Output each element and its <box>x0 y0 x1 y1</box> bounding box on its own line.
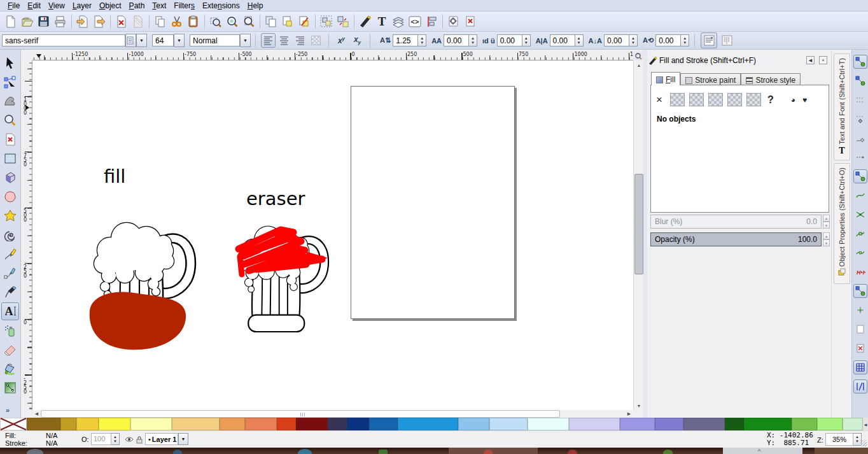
vertical-scroll-thumb[interactable] <box>634 174 643 274</box>
tweak-tool[interactable] <box>1 92 19 110</box>
radial-gradient-button[interactable] <box>708 93 723 106</box>
taskbar-right-area[interactable] <box>815 448 868 454</box>
snap-bbox-edges-icon[interactable] <box>853 93 867 107</box>
snap-cusp-nodes-icon[interactable] <box>853 227 867 241</box>
windows-taskbar[interactable]: ^ <box>0 448 868 454</box>
beer-mug-eraser-drawing[interactable] <box>231 220 332 341</box>
menu-object[interactable]: Object <box>95 1 125 10</box>
palette-swatch-17[interactable] <box>528 418 569 430</box>
unlink-clone-icon[interactable] <box>296 13 312 30</box>
palette-scroll-arrow[interactable]: ◀ <box>863 418 868 430</box>
taskbar-active-app[interactable] <box>449 448 538 454</box>
vertical-scrollbar[interactable]: ▲ ▼ <box>633 60 643 410</box>
palette-swatch-4[interactable] <box>99 418 130 430</box>
snap-bbox-edge-midpoints-icon[interactable] <box>853 131 867 145</box>
snap-bbox-corners-icon[interactable] <box>853 112 867 126</box>
palette-swatch-18[interactable] <box>569 418 620 430</box>
horizontal-scroll-thumb[interactable] <box>41 410 560 418</box>
align-center-button[interactable] <box>277 33 291 48</box>
taskbar-icon-6[interactable] <box>663 450 673 454</box>
eraser-tool[interactable] <box>1 341 19 358</box>
tab-fill[interactable]: Fill <box>651 72 680 85</box>
text-dialog-icon[interactable]: T <box>374 13 390 30</box>
palette-swatch-16[interactable] <box>489 418 528 430</box>
palette-swatch-11[interactable] <box>328 418 347 430</box>
star-tool[interactable] <box>1 207 19 225</box>
print-icon[interactable] <box>52 13 69 30</box>
snap-rotation-centers-icon[interactable] <box>853 322 867 336</box>
cut-icon[interactable] <box>169 13 185 30</box>
snap-object-centers-icon[interactable] <box>853 303 867 317</box>
word-spacing-spinner[interactable]: ▲▼ <box>522 34 531 46</box>
zoom-corner-button[interactable] <box>633 52 643 60</box>
font-style-dropdown[interactable]: ▼ <box>240 34 251 47</box>
opacity-slider[interactable]: Opacity (%) 100.0 <box>650 232 822 246</box>
open-document-icon[interactable] <box>19 13 36 30</box>
palette-swatch-10[interactable] <box>296 418 328 430</box>
layer-visibility-icon[interactable] <box>125 436 134 443</box>
horizontal-ruler[interactable]: -1250-1000-750-500-250025050075010001250 <box>32 52 633 60</box>
palette-swatch-21[interactable] <box>683 418 725 430</box>
document-properties-icon[interactable] <box>462 13 479 30</box>
letter-spacing-input[interactable]: 0.00 <box>444 34 469 46</box>
menu-edit[interactable]: Edit <box>24 1 45 10</box>
panel-title-bar[interactable]: Fill and Stroke (Shift+Ctrl+F) ◀ × <box>648 55 830 66</box>
palette-swatch-23[interactable] <box>744 418 792 430</box>
paste-icon[interactable] <box>185 13 202 30</box>
palette-swatch-22[interactable] <box>725 418 744 430</box>
taskbar-icon-3[interactable] <box>298 449 312 454</box>
font-style-input[interactable]: Normal <box>190 34 240 46</box>
fill-stroke-dialog-icon[interactable] <box>357 13 374 30</box>
snap-master-icon[interactable] <box>853 55 867 69</box>
tab-stroke-paint[interactable]: Stroke paint <box>680 73 741 85</box>
palette-swatch-12[interactable] <box>347 418 369 430</box>
beer-mug-fill-drawing[interactable] <box>85 215 198 352</box>
fill-stroke-indicator-values[interactable]: N/AN/A <box>46 432 57 447</box>
rectangle-tool[interactable] <box>1 150 19 167</box>
blur-slider[interactable]: Blur (%) 0.0 <box>650 215 822 229</box>
layers-dialog-icon[interactable] <box>390 13 407 30</box>
menu-extensions[interactable]: Extensions <box>199 1 244 10</box>
opacity-indicator-input[interactable]: 100 <box>91 433 111 445</box>
snap-page-border-icon[interactable] <box>853 341 867 355</box>
canvas[interactable]: fill eraser <box>32 60 633 410</box>
vert-shift-input[interactable]: 0.00 <box>604 34 629 46</box>
palette-swatch-1[interactable] <box>27 418 60 430</box>
palette-swatch-6[interactable] <box>172 418 220 430</box>
pattern-button[interactable] <box>727 93 742 106</box>
letter-spacing-spinner[interactable]: ▲▼ <box>469 34 477 46</box>
copy-icon[interactable] <box>152 13 169 30</box>
menu-layer[interactable]: Layer <box>69 1 95 10</box>
box3d-tool[interactable] <box>1 169 19 187</box>
layer-selector-dropdown[interactable]: ▼ <box>178 433 188 445</box>
blur-spinner[interactable]: ▲▼ <box>823 215 830 229</box>
palette-swatch-13[interactable] <box>369 418 398 430</box>
new-document-icon[interactable] <box>3 13 19 30</box>
layer-selector[interactable]: •Layer 1 <box>145 433 178 445</box>
line-spacing-spinner[interactable]: ▲▼ <box>418 34 426 46</box>
horiz-kern-spinner[interactable]: ▲▼ <box>575 34 584 46</box>
group-icon[interactable] <box>318 13 335 30</box>
palette-swatch-2[interactable] <box>60 418 76 430</box>
palette-swatch-14[interactable] <box>398 418 458 430</box>
palette-swatch-9[interactable] <box>277 418 296 430</box>
tab-stroke-style[interactable]: Stroke style <box>741 73 801 85</box>
duplicate-icon[interactable] <box>263 13 279 30</box>
superscript-button[interactable]: xy <box>334 33 349 48</box>
swatch-fill-icon[interactable]: ◕ <box>791 96 795 104</box>
scroll-left-button[interactable]: ◀ <box>32 410 41 418</box>
menu-text[interactable]: Text <box>148 1 170 10</box>
palette-swatch-0[interactable] <box>0 418 27 430</box>
palette-swatch-19[interactable] <box>620 418 655 430</box>
zoom-indicator-input[interactable]: 35% <box>825 433 853 446</box>
palette-swatch-15[interactable] <box>458 418 490 430</box>
snap-bbox-centers-icon[interactable] <box>853 150 867 164</box>
palette-swatch-20[interactable] <box>655 418 683 430</box>
taskbar-window-tile[interactable]: ^ <box>723 448 802 454</box>
word-spacing-input[interactable]: 0.00 <box>497 34 522 46</box>
palette-swatch-25[interactable] <box>817 418 843 430</box>
snap-smooth-nodes-icon[interactable] <box>853 246 867 260</box>
canvas-text-eraser[interactable]: eraser <box>246 188 305 209</box>
opacity-spinner[interactable]: ▲▼ <box>823 232 830 246</box>
pencil-tool[interactable] <box>1 245 19 263</box>
